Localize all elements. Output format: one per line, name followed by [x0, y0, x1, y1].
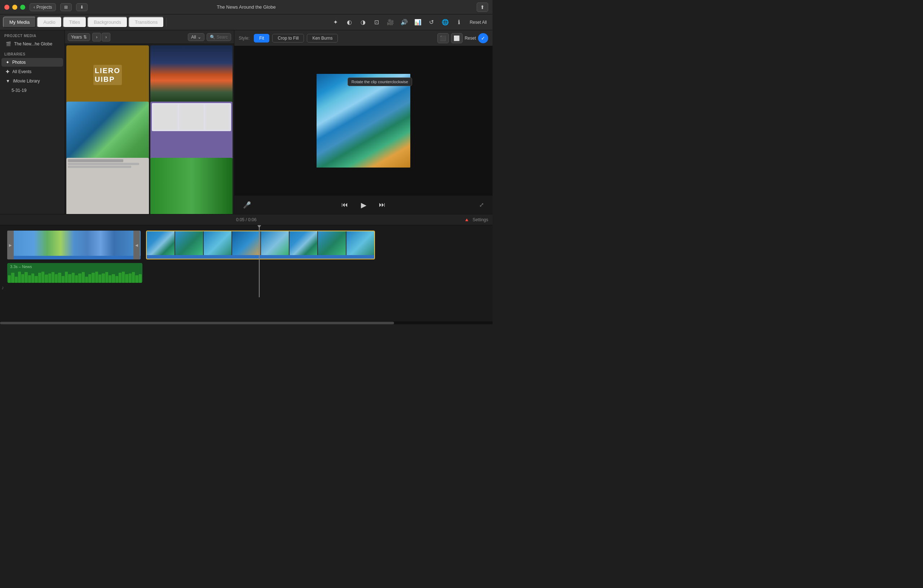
- search-icon: 🔍: [210, 34, 215, 39]
- media-panel: Years ⇅ › › All ⌄ 🔍 Searc: [65, 30, 234, 214]
- tab-titles[interactable]: Titles: [63, 16, 87, 28]
- info-icon-btn[interactable]: ℹ: [453, 16, 465, 28]
- clip-map[interactable]: [7, 231, 141, 259]
- media-thumb-waterfall[interactable]: [66, 102, 149, 161]
- media-thumb-purple[interactable]: [150, 102, 233, 161]
- imovie-library-label: iMovie Library: [13, 79, 40, 84]
- window-title: The News Around the Globe: [217, 4, 276, 10]
- chevron-down-icon: ⌄: [197, 34, 201, 39]
- back-arrow-icon: ‹: [33, 5, 35, 10]
- microphone-button[interactable]: 🎤: [243, 201, 251, 209]
- media-thumb-green[interactable]: [150, 158, 233, 214]
- share-icon: ⬆: [480, 4, 484, 10]
- clip-waterfall[interactable]: [146, 231, 375, 259]
- reset-all-button[interactable]: Reset All: [467, 18, 489, 26]
- magic-wand-icon-btn[interactable]: ✦: [330, 16, 342, 28]
- style-fit-button[interactable]: Fit: [254, 34, 269, 43]
- settings-button[interactable]: Settings: [473, 217, 488, 222]
- playhead: [259, 225, 259, 297]
- project-name: The New...he Globe: [14, 41, 52, 46]
- fullscreen-expand-button[interactable]: ⤢: [479, 201, 484, 208]
- tab-my-media[interactable]: My Media: [3, 16, 36, 28]
- clip-handle-right[interactable]: ◀: [133, 231, 140, 259]
- volume-icon-btn[interactable]: 🔊: [398, 16, 410, 28]
- tab-audio[interactable]: Audio: [37, 16, 62, 28]
- sidebar-item-imovie-library[interactable]: ▼ iMovie Library: [2, 77, 63, 85]
- all-label: All: [191, 34, 196, 39]
- main-content: PROJECT MEDIA 🎬 The New...he Globe LIBRA…: [0, 30, 493, 324]
- clip-audio[interactable]: 3.3s – News: [7, 263, 143, 283]
- download-button[interactable]: ⬇: [76, 3, 88, 11]
- sidebar: PROJECT MEDIA 🎬 The New...he Globe LIBRA…: [0, 30, 65, 214]
- close-button[interactable]: [4, 5, 9, 10]
- search-box[interactable]: 🔍 Searc: [207, 33, 231, 41]
- share-button[interactable]: ⬆: [477, 3, 488, 12]
- grid-icon: ⊞: [64, 5, 68, 10]
- preview-panel: Style: Fit Crop to Fill Ken Burns ⬛ ⬜ Re…: [234, 30, 493, 214]
- media-thumb-night-scene[interactable]: [150, 46, 233, 104]
- preview-reset-button[interactable]: Reset: [465, 36, 476, 41]
- prev-arrow[interactable]: ›: [92, 33, 101, 41]
- toolbar-right: ✦ ◐ ◑ ⊡ 🎥 🔊 📊 ↺ 🌐 ℹ Reset All: [330, 16, 489, 28]
- nav-arrows: › ›: [92, 33, 110, 41]
- zoom-icon: 🔺: [464, 217, 470, 223]
- play-button[interactable]: ▶: [357, 198, 370, 211]
- top-toolbar: My Media Audio Titles Backgrounds Transi…: [0, 15, 493, 30]
- film-icon: 🎬: [6, 41, 11, 46]
- grid-view-button[interactable]: ⊞: [60, 3, 72, 11]
- preview-confirm-button[interactable]: ✓: [478, 33, 488, 43]
- timeline-scrollbar-thumb[interactable]: [0, 322, 394, 324]
- years-selector[interactable]: Years ⇅: [68, 33, 90, 41]
- fullscreen-button[interactable]: [20, 5, 25, 10]
- refresh-icon-btn[interactable]: ↺: [426, 16, 437, 28]
- skip-back-button[interactable]: ⏮: [338, 198, 351, 211]
- audio-clip-label: 3.3s – News: [10, 264, 32, 269]
- media-thumb-screenshot[interactable]: [66, 158, 149, 214]
- back-label: Projects: [36, 5, 52, 10]
- plus-icon: ✚: [6, 69, 9, 74]
- sidebar-item-project[interactable]: 🎬 The New...he Globe: [2, 39, 63, 48]
- skip-forward-button[interactable]: ⏭: [376, 198, 389, 211]
- clip-handle-left[interactable]: ▶: [7, 231, 14, 259]
- camera-icon-btn[interactable]: 🎥: [385, 16, 396, 28]
- style-crop-button[interactable]: Crop to Fill: [272, 34, 304, 43]
- sidebar-item-photos[interactable]: ✦ Photos: [2, 58, 63, 67]
- minimize-button[interactable]: [12, 5, 17, 10]
- sidebar-item-all-events[interactable]: ✚ All Events: [2, 67, 63, 76]
- timeline-scrollbar[interactable]: [0, 321, 493, 324]
- tab-backgrounds[interactable]: Backgrounds: [87, 16, 128, 28]
- preview-style-bar: Style: Fit Crop to Fill Ken Burns ⬛ ⬜ Re…: [234, 30, 493, 46]
- media-thumb-word-game[interactable]: LIEROUIBP: [66, 46, 149, 104]
- tab-transitions[interactable]: Transitions: [128, 16, 164, 28]
- preview-rotate-left-btn[interactable]: ⬛: [437, 33, 449, 43]
- bars-icon-btn[interactable]: 📊: [412, 16, 424, 28]
- preview-tools-right: ⬛ ⬜ Reset ✓: [437, 33, 488, 43]
- back-projects-button[interactable]: ‹ Projects: [30, 3, 56, 11]
- all-selector[interactable]: All ⌄: [188, 33, 204, 41]
- download-icon: ⬇: [80, 5, 84, 10]
- crop-icon-btn[interactable]: ⊡: [371, 16, 383, 28]
- years-label: Years: [71, 34, 82, 39]
- audio-waveform: [7, 270, 143, 283]
- sidebar-item-date[interactable]: 5-31-19: [2, 86, 63, 95]
- all-events-label: All Events: [12, 69, 31, 74]
- timeline-header: 0:05 / 0:06 🔺 Settings: [0, 215, 493, 225]
- timeline-content: ▶ ◀: [0, 225, 493, 297]
- media-toolbar: Years ⇅ › › All ⌄ 🔍 Searc: [65, 30, 234, 44]
- globe-icon-btn[interactable]: 🌐: [440, 16, 451, 28]
- style-ken-burns-button[interactable]: Ken Burns: [307, 34, 338, 43]
- preview-controls: 🎤 ⏮ ▶ ⏭ ⤢: [234, 195, 493, 214]
- media-grid: LIEROUIBP: [65, 44, 234, 214]
- next-arrow[interactable]: ›: [102, 33, 110, 41]
- updown-icon: ⇅: [83, 34, 87, 39]
- titlebar: ‹ Projects ⊞ ⬇ The News Around the Globe…: [0, 0, 493, 15]
- halfcircle-icon-btn[interactable]: ◐: [343, 16, 355, 28]
- top-section: PROJECT MEDIA 🎬 The New...he Globe LIBRA…: [0, 30, 493, 214]
- search-placeholder: Searc: [217, 34, 228, 39]
- timeline-settings: 🔺 Settings: [464, 217, 488, 223]
- libraries-title: LIBRARIES: [0, 49, 64, 57]
- date-label: 5-31-19: [11, 88, 26, 93]
- preview-rotate-right-btn[interactable]: ⬜: [451, 33, 463, 43]
- project-media-title: PROJECT MEDIA: [0, 30, 64, 39]
- colors-icon-btn[interactable]: ◑: [357, 16, 369, 28]
